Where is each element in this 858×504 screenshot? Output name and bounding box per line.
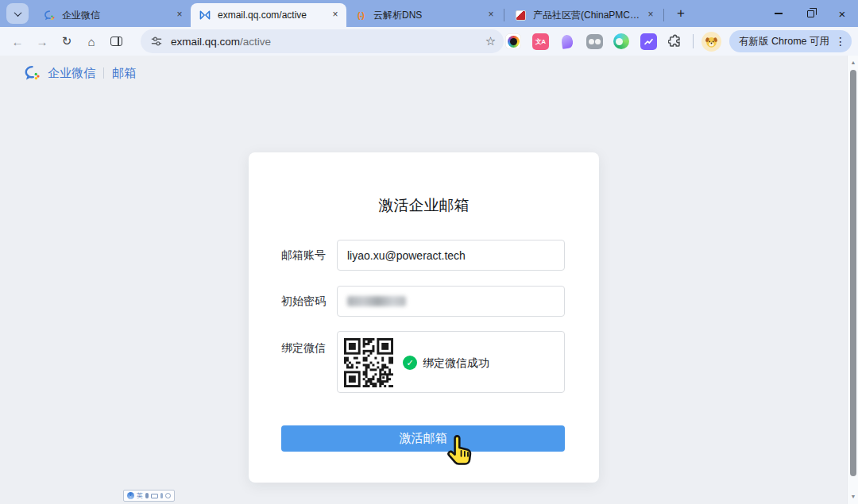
address-bar[interactable]: exmail.qq.com/active ☆ [141,29,504,53]
tab-title: 云解析DNS [373,9,485,22]
tab-title: 企业微信 [62,9,173,22]
brand-divider [103,67,104,79]
ime-keyboard-icon[interactable] [151,494,158,498]
extension-flame-icon[interactable] [558,32,577,51]
wechat-work-logo-icon [24,64,41,82]
extension-chart-icon[interactable] [639,32,658,51]
email-label: 邮箱账号 [281,248,326,262]
scrollbar-thumb[interactable] [850,70,856,476]
tab-close-icon[interactable]: × [644,9,657,21]
tab-close-icon[interactable]: × [329,9,342,21]
brand-product[interactable]: 邮箱 [112,66,136,81]
email-field[interactable] [337,240,565,271]
profile-avatar[interactable] [701,32,721,52]
card-title: 激活企业邮箱 [249,195,599,216]
activation-card: 激活企业邮箱 邮箱账号 初始密码 绑定微信 ✓ 绑定微信成功 激活邮箱 [249,152,599,483]
extensions-area: 文A [504,30,852,52]
redacted-password-blur [347,296,406,306]
new-tab-button[interactable]: + [671,3,691,24]
chevron-down-icon [14,9,21,17]
back-button[interactable]: ← [6,30,29,52]
ime-language-mode-icon[interactable]: 英 [137,492,143,499]
ime-mic-icon[interactable] [160,493,163,498]
wechat-work-favicon-icon [43,9,56,21]
activate-mailbox-button[interactable]: 激活邮箱 [281,425,565,452]
tab-exmail-active[interactable]: exmail.qq.com/active × [191,3,346,27]
tab-title: exmail.qq.com/active [218,10,329,21]
brand-name[interactable]: 企业微信 [48,66,95,81]
tab-strip: 企业微信 × exmail.qq.com/active × (-) 云解析DNS… [0,0,858,27]
wechat-bind-label: 绑定微信 [281,341,326,355]
extension-translate-icon[interactable]: 文A [531,32,550,51]
password-label: 初始密码 [281,294,326,308]
extension-swirl-icon[interactable] [612,32,631,51]
wechat-qr-code [344,338,393,387]
site-header: 企业微信 邮箱 [24,64,136,82]
dns-favicon-icon: (-) [354,9,367,21]
side-panel-icon [110,37,122,46]
extension-goggles-icon[interactable] [585,32,604,51]
side-panel-button[interactable] [105,30,127,52]
close-window-button[interactable]: × [826,0,858,27]
wechat-bind-box: ✓ 绑定微信成功 [337,331,565,393]
tab-search-button[interactable] [6,3,29,24]
toolbar-divider [693,34,694,48]
extension-color-ring-icon[interactable] [504,32,523,51]
tab-separator [504,9,504,21]
chrome-update-button[interactable]: 有新版 Chrome 可用 ⋮ [729,30,852,52]
scroll-up-icon[interactable]: ▲ [848,60,858,65]
home-button[interactable]: ⌂ [80,30,102,52]
exmail-favicon-icon [199,9,211,21]
close-icon: × [839,8,846,20]
bookmark-star-icon[interactable]: ☆ [485,34,496,48]
ime-toolbar[interactable]: 英 [123,490,175,502]
url-path: /active [240,36,271,48]
tab-chinapmcc[interactable]: 产品社区营(ChinaPMCC)™ - – × [506,3,662,27]
browser-window: 企业微信 × exmail.qq.com/active × (-) 云解析DNS… [0,0,858,504]
page-content: 企业微信 邮箱 激活企业邮箱 邮箱账号 初始密码 绑定微信 ✓ 绑定微信成功 激… [0,56,858,504]
scroll-down-icon[interactable]: ▼ [848,494,858,499]
url-text: exmail.qq.com/active [171,36,271,48]
tab-close-icon[interactable]: × [485,9,497,21]
minimize-icon [775,13,783,14]
tab-wechat-work[interactable]: 企业微信 × [35,3,191,27]
browser-menu-icon[interactable]: ⋮ [834,35,847,48]
browser-toolbar: ← → ↻ ⌂ exmail.qq.com/active ☆ 文A [0,27,858,56]
ime-punctuation-icon[interactable] [145,493,149,498]
ime-settings-icon[interactable] [165,493,171,498]
chrome-update-label: 有新版 Chrome 可用 [739,35,829,48]
extensions-puzzle-icon[interactable] [666,32,685,51]
restore-button[interactable] [794,0,826,27]
restore-icon [807,10,814,17]
password-field[interactable] [337,286,565,317]
window-controls: × [763,0,858,27]
wechat-bind-status: 绑定微信成功 [423,356,489,371]
reload-button[interactable]: ↻ [56,30,78,52]
dog-avatar-icon [704,34,719,49]
tab-close-icon[interactable]: × [173,9,186,21]
forward-button[interactable]: → [31,30,53,52]
minimize-button[interactable] [763,0,794,27]
page-scrollbar[interactable]: ▲ ▼ [847,56,858,504]
success-check-icon: ✓ [403,356,417,370]
url-domain: exmail.qq.com [171,36,240,48]
tab-title: 产品社区营(ChinaPMCC)™ - – [533,9,644,22]
site-settings-icon[interactable] [150,35,163,48]
ime-logo-icon[interactable] [127,492,134,499]
flag-favicon-icon [514,9,527,21]
tab-separator [663,9,664,21]
tab-dns[interactable]: (-) 云解析DNS × [346,3,502,27]
